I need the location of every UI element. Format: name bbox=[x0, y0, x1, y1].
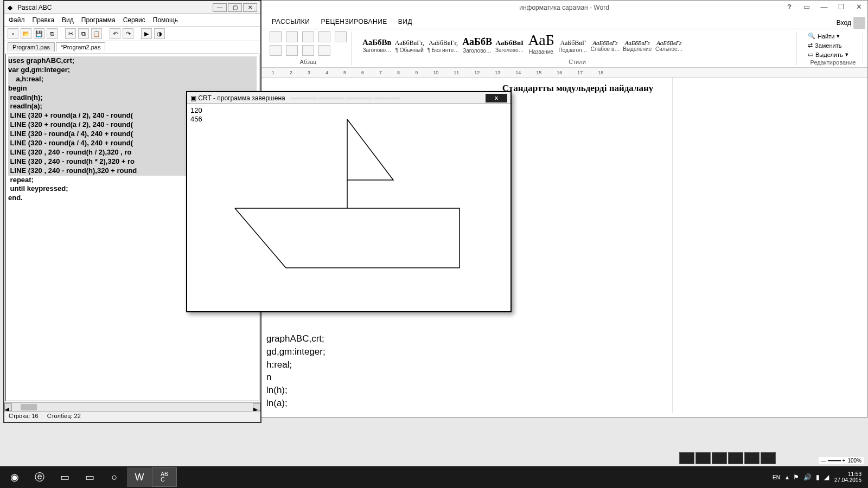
thumb-2[interactable] bbox=[695, 452, 711, 464]
redo-icon[interactable]: ↷ bbox=[123, 28, 133, 39]
paragraph-group: Абзац bbox=[265, 31, 352, 65]
status-col: Столбец: 22 bbox=[47, 413, 81, 421]
ship-drawing bbox=[187, 104, 510, 312]
editing-group: 🔍 Найти ▾ ⇄ Заменить ▭ Выделить ▾ Редакт… bbox=[803, 31, 863, 65]
word-titlebar: информатика сараман - Word ? ▭ — ❐ ✕ bbox=[261, 1, 867, 15]
style-option[interactable]: АаБбВвГгСильное… bbox=[655, 40, 683, 52]
help-icon[interactable]: ? bbox=[783, 2, 796, 11]
close-icon[interactable]: ✕ bbox=[243, 3, 257, 12]
volume-icon[interactable]: 🔊 bbox=[803, 473, 812, 481]
menu-item[interactable]: Вид bbox=[62, 16, 74, 24]
taskbar: ◉ ⓔ ▭ ▭ ○ W ABC EN ▴ ⚑ 🔊 ▮ ◢ 11:53 27.04… bbox=[0, 466, 868, 488]
paste-icon[interactable]: 📋 bbox=[91, 28, 102, 39]
tab-mailings[interactable]: РАССЫЛКИ bbox=[272, 18, 310, 25]
app-icon[interactable]: ○ bbox=[102, 467, 127, 487]
style-option[interactable]: АаБбВвIЗаголово… bbox=[495, 38, 524, 53]
thumb-5[interactable] bbox=[744, 452, 760, 464]
explorer-icon[interactable]: ▭ bbox=[52, 467, 77, 487]
horizontal-scrollbar[interactable]: ◂ ▸ bbox=[4, 402, 260, 411]
align-icon[interactable] bbox=[270, 45, 282, 56]
scroll-right-icon[interactable]: ▸ bbox=[253, 403, 260, 411]
sort-icon[interactable] bbox=[318, 31, 330, 42]
borders-icon[interactable] bbox=[318, 45, 330, 56]
word-taskbar-icon[interactable]: W bbox=[127, 467, 152, 487]
thumb-3[interactable] bbox=[712, 452, 727, 464]
clock[interactable]: 11:53 27.04.2015 bbox=[834, 471, 861, 483]
tab-view[interactable]: ВИД bbox=[398, 18, 412, 25]
style-option[interactable]: АаБбВвГгВыделение bbox=[623, 40, 652, 52]
style-option[interactable]: АаБбВЗаголово… bbox=[462, 36, 492, 54]
menu-item[interactable]: Помощь bbox=[153, 16, 178, 24]
menu-item[interactable]: Правка bbox=[33, 16, 55, 24]
style-option[interactable]: АаБНазвание bbox=[527, 31, 556, 55]
open-file-icon[interactable]: 📂 bbox=[21, 28, 31, 39]
cut-icon[interactable]: ✂ bbox=[65, 28, 76, 39]
replace-button[interactable]: ⇄ Заменить bbox=[808, 41, 858, 50]
menu-item[interactable]: Файл bbox=[9, 16, 25, 24]
minimize-icon[interactable]: — bbox=[818, 2, 831, 11]
run-icon[interactable]: ▶ bbox=[141, 28, 152, 39]
crt-app-icon: ▣ bbox=[190, 94, 196, 102]
style-option[interactable]: АаБбВвГгСлабое в… bbox=[591, 40, 620, 52]
ribbon-display-icon[interactable]: ▭ bbox=[800, 2, 813, 11]
bullets-icon[interactable] bbox=[270, 31, 282, 42]
word-ribbon: Абзац АаБбВвЗаголово…АаБбВвГг,¶ ОбычныйА… bbox=[261, 29, 867, 68]
shading-icon[interactable] bbox=[302, 45, 314, 56]
close-button[interactable]: X bbox=[486, 94, 507, 102]
word-login[interactable]: Вход bbox=[837, 17, 865, 29]
store-icon[interactable]: ▭ bbox=[77, 467, 102, 487]
thumb-4[interactable] bbox=[728, 452, 743, 464]
pascal-toolbar: ▫ 📂 💾 ⧉ ✂ ⧉ 📋 ↶ ↷ ▶ ◑ bbox=[4, 27, 260, 41]
thumb-1[interactable] bbox=[679, 452, 694, 464]
style-option[interactable]: АаБбВвГПодзагол… bbox=[559, 39, 588, 53]
maximize-icon[interactable]: ▢ bbox=[228, 3, 242, 12]
language-indicator[interactable]: EN bbox=[773, 474, 780, 480]
copy-icon[interactable]: ⧉ bbox=[78, 28, 89, 39]
zoom-control[interactable]: — ━━━━ + 100% bbox=[819, 457, 864, 464]
thumb-6[interactable] bbox=[761, 452, 776, 464]
style-option[interactable]: АаБбВвГг,¶ Обычный bbox=[395, 39, 424, 53]
start-button[interactable]: ◉ bbox=[2, 467, 27, 487]
close-icon[interactable]: ✕ bbox=[852, 2, 865, 11]
scroll-thumb[interactable] bbox=[21, 404, 37, 410]
tray-up-icon[interactable]: ▴ bbox=[786, 473, 789, 481]
tab-review[interactable]: РЕЦЕНЗИРОВАНИЕ bbox=[321, 18, 387, 25]
network-icon[interactable]: ▮ bbox=[816, 473, 820, 481]
minimize-icon[interactable]: — bbox=[213, 3, 227, 12]
undo-icon[interactable]: ↶ bbox=[110, 28, 120, 39]
pascal-statusbar: Строка: 16 Столбец: 22 bbox=[4, 411, 260, 422]
ie-icon[interactable]: ⓔ bbox=[27, 467, 52, 487]
line-spacing-icon[interactable] bbox=[286, 45, 298, 56]
pascal-taskbar-icon[interactable]: ABC bbox=[152, 467, 177, 487]
file-tab-1[interactable]: Program1.pas bbox=[8, 42, 55, 52]
save-icon[interactable]: 💾 bbox=[34, 28, 44, 39]
scroll-left-icon[interactable]: ◂ bbox=[4, 403, 12, 411]
style-option[interactable]: АаБбВвГг,¶ Без инте… bbox=[427, 39, 459, 53]
menu-item[interactable]: Программа bbox=[81, 16, 116, 24]
crt-canvas: 120 456 bbox=[187, 104, 510, 311]
wifi-icon[interactable]: ◢ bbox=[824, 473, 829, 481]
taskbar-thumbnails[interactable] bbox=[679, 452, 776, 464]
pascal-menu: ФайлПравкаВидПрограммаСервисПомощь bbox=[4, 14, 260, 27]
file-tab-2[interactable]: *Program2.pas bbox=[56, 42, 105, 52]
pascal-titlebar[interactable]: ◆ Pascal ABC — ▢ ✕ bbox=[4, 1, 260, 14]
menu-item[interactable]: Сервис bbox=[123, 16, 145, 24]
system-tray: EN ▴ ⚑ 🔊 ▮ ◢ 11:53 27.04.2015 bbox=[773, 471, 866, 483]
crt-titlebar[interactable]: ▣ CRT - программа завершена ———— ———— ——… bbox=[187, 92, 510, 104]
status-line: Строка: 16 bbox=[9, 413, 39, 421]
crt-title: CRT - программа завершена bbox=[198, 94, 285, 102]
new-file-icon[interactable]: ▫ bbox=[8, 28, 18, 39]
maximize-icon[interactable]: ❐ bbox=[835, 2, 848, 11]
indent-left-icon[interactable] bbox=[286, 31, 298, 42]
ruler[interactable]: 123456789101112131415161718 bbox=[261, 68, 867, 78]
indent-right-icon[interactable] bbox=[302, 31, 314, 42]
save-all-icon[interactable]: ⧉ bbox=[47, 28, 58, 39]
style-option[interactable]: АаБбВвЗаголово… bbox=[362, 38, 392, 53]
show-marks-icon[interactable] bbox=[335, 31, 347, 42]
styles-group: АаБбВвЗаголово…АаБбВвГг,¶ ОбычныйАаБбВвГ… bbox=[358, 31, 797, 65]
find-button[interactable]: 🔍 Найти ▾ bbox=[808, 31, 858, 41]
word-ribbon-tabs: РАССЫЛКИ РЕЦЕНЗИРОВАНИЕ ВИД bbox=[261, 15, 867, 29]
select-button[interactable]: ▭ Выделить ▾ bbox=[808, 50, 858, 59]
action-center-icon[interactable]: ⚑ bbox=[793, 473, 799, 481]
stop-icon[interactable]: ◑ bbox=[154, 28, 165, 39]
